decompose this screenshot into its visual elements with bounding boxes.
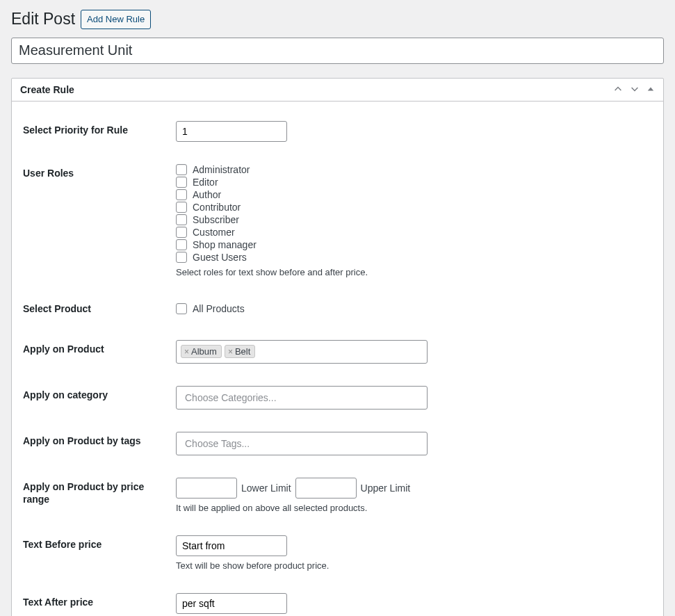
role-checkbox-guest-users[interactable] (176, 252, 187, 263)
all-products-option[interactable]: All Products (176, 303, 652, 314)
label-text-before: Text Before price (23, 524, 176, 582)
panel-controls (613, 84, 655, 95)
apply-category-placeholder: Choose Categories... (181, 392, 277, 403)
apply-tags-placeholder: Choose Tags... (181, 438, 250, 449)
row-priority: Select Priority for Rule (23, 110, 652, 153)
product-tag-label: Belt (235, 346, 250, 357)
label-apply-category: Apply on category (23, 375, 176, 421)
user-roles-list: Administrator Editor Author (176, 164, 652, 263)
role-label: Administrator (193, 164, 250, 175)
label-user-roles: User Roles (23, 153, 176, 289)
role-label: Guest Users (193, 252, 247, 263)
row-apply-product: Apply on Product × Album × Belt (23, 329, 652, 375)
form-table: Select Priority for Rule User Roles Admi… (23, 110, 652, 617)
role-checkbox-author[interactable] (176, 189, 187, 200)
role-label: Contributor (193, 202, 241, 213)
row-text-before: Text Before price Text will be show befo… (23, 524, 652, 582)
lower-limit-input[interactable] (176, 478, 237, 499)
add-new-rule-button[interactable]: Add New Rule (81, 10, 151, 29)
apply-tags-select[interactable]: Choose Tags... (176, 432, 428, 455)
row-apply-category: Apply on category Choose Categories... (23, 375, 652, 421)
role-checkbox-contributor[interactable] (176, 202, 187, 213)
row-text-after: Text After price Text will be show after… (23, 582, 652, 616)
role-option[interactable]: Editor (176, 177, 652, 188)
role-label: Shop manager (193, 239, 257, 250)
apply-product-select[interactable]: × Album × Belt (176, 340, 428, 364)
panel-body: Select Priority for Rule User Roles Admi… (12, 102, 663, 617)
lower-limit-label: Lower Limit (241, 483, 291, 494)
product-tag: × Belt (225, 345, 255, 358)
role-label: Editor (193, 177, 218, 188)
edit-post-screen: Edit Post Add New Rule Create Rule (0, 0, 675, 616)
user-roles-description: Select roles for text show before and af… (176, 267, 652, 277)
price-range-description: It will be applied on above all selected… (176, 503, 652, 513)
role-option[interactable]: Administrator (176, 164, 652, 175)
role-label: Author (193, 189, 221, 200)
role-option[interactable]: Customer (176, 227, 652, 238)
product-tag: × Album (181, 345, 222, 358)
create-rule-panel: Create Rule Select Priority for Rule (11, 78, 664, 617)
text-before-input[interactable] (176, 535, 287, 556)
all-products-label: All Products (193, 303, 245, 314)
role-option[interactable]: Author (176, 189, 652, 200)
label-apply-product: Apply on Product (23, 329, 176, 375)
panel-move-down-icon[interactable] (630, 84, 640, 95)
role-option[interactable]: Shop manager (176, 239, 652, 250)
post-title-wrap (11, 38, 664, 64)
upper-limit-input[interactable] (295, 478, 357, 499)
panel-move-up-icon[interactable] (613, 84, 623, 95)
role-option[interactable]: Subscriber (176, 214, 652, 225)
label-text-after: Text After price (23, 582, 176, 616)
label-apply-price-range: Apply on Product by price range (23, 467, 176, 524)
label-select-product: Select Product (23, 289, 176, 329)
price-range-inputs: Lower Limit Upper Limit (176, 478, 652, 499)
page-title: Edit Post (11, 10, 75, 29)
role-checkbox-subscriber[interactable] (176, 214, 187, 225)
row-user-roles: User Roles Administrator Editor (23, 153, 652, 289)
role-option[interactable]: Contributor (176, 202, 652, 213)
row-select-product: Select Product All Products (23, 289, 652, 329)
text-after-input[interactable] (176, 593, 287, 614)
text-before-description: Text will be show before product price. (176, 560, 652, 571)
role-label: Subscriber (193, 214, 239, 225)
row-apply-price-range: Apply on Product by price range Lower Li… (23, 467, 652, 524)
remove-tag-icon[interactable]: × (184, 348, 189, 356)
role-checkbox-editor[interactable] (176, 177, 187, 188)
panel-header: Create Rule (12, 79, 663, 102)
post-title-input[interactable] (11, 38, 664, 64)
label-apply-tags: Apply on Product by tags (23, 421, 176, 467)
upper-limit-label: Upper Limit (361, 483, 411, 494)
role-checkbox-administrator[interactable] (176, 164, 187, 175)
role-label: Customer (193, 227, 235, 238)
product-tag-label: Album (191, 346, 217, 357)
page-header: Edit Post Add New Rule (11, 10, 664, 29)
role-checkbox-shop-manager[interactable] (176, 239, 187, 250)
role-option[interactable]: Guest Users (176, 252, 652, 263)
row-apply-tags: Apply on Product by tags Choose Tags... (23, 421, 652, 467)
all-products-checkbox[interactable] (176, 303, 187, 314)
apply-category-select[interactable]: Choose Categories... (176, 386, 428, 410)
panel-title: Create Rule (20, 84, 74, 95)
role-checkbox-customer[interactable] (176, 227, 187, 238)
panel-toggle-icon[interactable] (646, 84, 655, 95)
remove-tag-icon[interactable]: × (228, 348, 233, 356)
priority-input[interactable] (176, 121, 287, 142)
label-priority: Select Priority for Rule (23, 110, 176, 153)
